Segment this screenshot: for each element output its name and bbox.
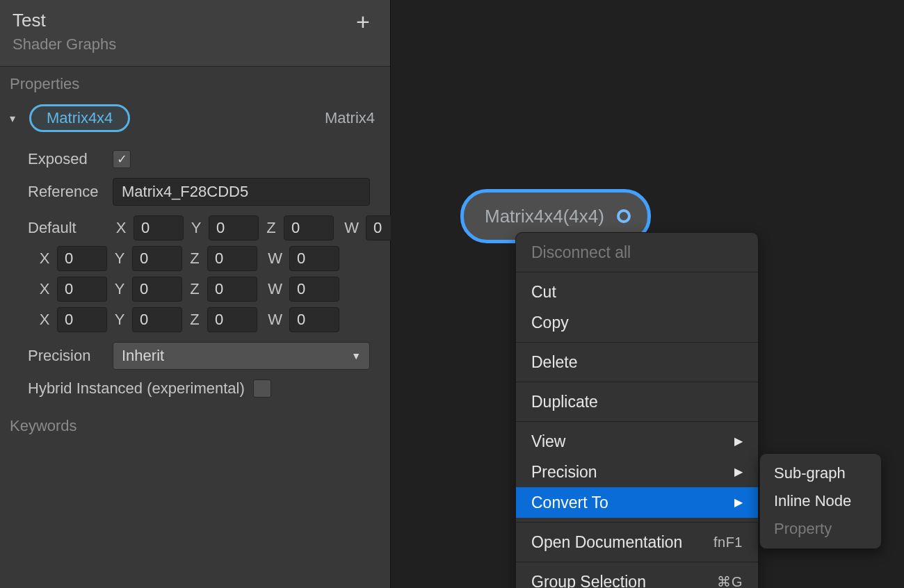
matrix-3-x[interactable] bbox=[57, 307, 107, 332]
property-row-matrix4x4[interactable]: ▾ Matrix4x4 Matrix4 bbox=[0, 101, 390, 139]
matrix-3-y[interactable] bbox=[132, 307, 182, 332]
matrix-row-2: X Y Z W bbox=[36, 277, 339, 302]
submenu-subgraph[interactable]: Sub-graph bbox=[760, 459, 881, 487]
default-row-1: X Y Z W bbox=[28, 246, 376, 271]
matrix-row-1: X Y Z W bbox=[36, 246, 339, 271]
precision-row: Precision Inherit ▼ bbox=[28, 342, 376, 370]
ctx-open-documentation[interactable]: Open DocumentationfnF1 bbox=[516, 527, 758, 557]
shortcut-label: fnF1 bbox=[713, 531, 743, 553]
axis-x: X bbox=[113, 219, 129, 237]
exposed-checkbox[interactable]: ✓ bbox=[113, 150, 131, 168]
panel-header: Test Shader Graphs + bbox=[0, 0, 390, 67]
ctx-separator bbox=[516, 342, 758, 343]
matrix-1-x[interactable] bbox=[57, 246, 107, 271]
default-label: Default bbox=[28, 219, 104, 237]
exposed-label: Exposed bbox=[28, 150, 104, 168]
context-menu: Disconnect all Cut Copy Delete Duplicate… bbox=[515, 232, 759, 588]
matrix-2-x[interactable] bbox=[57, 277, 107, 302]
ctx-separator bbox=[516, 421, 758, 422]
default-row-0: Default X Y Z W bbox=[28, 215, 376, 240]
matrix-row-0: X Y Z W bbox=[113, 215, 416, 240]
check-icon: ✓ bbox=[117, 152, 127, 167]
ctx-copy[interactable]: Copy bbox=[516, 307, 758, 338]
matrix-row-3: X Y Z W bbox=[36, 307, 339, 332]
ctx-separator bbox=[516, 562, 758, 562]
ctx-duplicate[interactable]: Duplicate bbox=[516, 386, 758, 417]
ctx-separator bbox=[516, 272, 758, 272]
property-chip[interactable]: Matrix4x4 bbox=[29, 104, 130, 132]
ctx-cut[interactable]: Cut bbox=[516, 277, 758, 307]
hybrid-checkbox[interactable] bbox=[253, 379, 271, 398]
ctx-convert-to[interactable]: Convert To▶ bbox=[516, 487, 758, 518]
exposed-row: Exposed ✓ bbox=[28, 150, 376, 168]
axis-w: W bbox=[338, 219, 362, 237]
property-type-label: Matrix4 bbox=[325, 109, 375, 127]
ctx-separator bbox=[516, 382, 758, 382]
ctx-disconnect-all: Disconnect all bbox=[516, 237, 758, 268]
keywords-section-label: Keywords bbox=[0, 409, 390, 443]
matrix-0-z[interactable] bbox=[284, 215, 334, 240]
property-details: Exposed ✓ Reference Default X Y Z W bbox=[0, 139, 390, 409]
submenu-property: Property bbox=[760, 515, 881, 543]
axis-y: Y bbox=[188, 219, 204, 237]
ctx-precision[interactable]: Precision▶ bbox=[516, 457, 758, 487]
default-row-3: X Y Z W bbox=[28, 307, 376, 332]
chevron-right-icon: ▶ bbox=[734, 491, 743, 514]
matrix-3-z[interactable] bbox=[207, 307, 257, 332]
precision-label: Precision bbox=[28, 347, 104, 365]
precision-dropdown[interactable]: Inherit ▼ bbox=[113, 342, 370, 370]
ctx-delete[interactable]: Delete bbox=[516, 347, 758, 377]
matrix-0-y[interactable] bbox=[209, 215, 259, 240]
node-output-port[interactable] bbox=[617, 209, 631, 223]
ctx-separator bbox=[516, 522, 758, 523]
node-title: Matrix4x4(4x4) bbox=[485, 206, 604, 227]
chevron-right-icon: ▶ bbox=[734, 430, 743, 452]
matrix-1-y[interactable] bbox=[132, 246, 182, 271]
panel-header-text: Test Shader Graphs bbox=[13, 10, 116, 54]
graph-canvas[interactable]: Matrix4x4(4x4) Disconnect all Cut Copy D… bbox=[391, 0, 904, 588]
ctx-view[interactable]: View▶ bbox=[516, 426, 758, 457]
matrix-2-z[interactable] bbox=[207, 277, 257, 302]
submenu-inline-node[interactable]: Inline Node bbox=[760, 487, 881, 515]
matrix-1-z[interactable] bbox=[207, 246, 257, 271]
matrix-2-w[interactable] bbox=[289, 277, 339, 302]
reference-label: Reference bbox=[28, 183, 104, 201]
reference-input[interactable] bbox=[113, 178, 370, 206]
hybrid-row: Hybrid Instanced (experimental) bbox=[28, 379, 376, 398]
panel-subtitle: Shader Graphs bbox=[13, 35, 116, 54]
ctx-group-selection[interactable]: Group Selection⌘G bbox=[516, 566, 758, 588]
chevron-right-icon: ▶ bbox=[734, 461, 743, 483]
reference-row: Reference bbox=[28, 178, 376, 206]
panel-title: Test bbox=[13, 10, 116, 31]
matrix-0-x[interactable] bbox=[134, 215, 184, 240]
properties-section-label: Properties bbox=[0, 67, 390, 101]
axis-z: Z bbox=[263, 219, 280, 237]
context-submenu-convert-to: Sub-graph Inline Node Property bbox=[759, 453, 882, 549]
hybrid-label: Hybrid Instanced (experimental) bbox=[28, 379, 245, 398]
default-row-2: X Y Z W bbox=[28, 277, 376, 302]
chevron-down-icon: ▼ bbox=[351, 350, 361, 361]
matrix-3-w[interactable] bbox=[289, 307, 339, 332]
matrix-2-y[interactable] bbox=[132, 277, 182, 302]
chevron-down-icon[interactable]: ▾ bbox=[10, 112, 22, 125]
add-button[interactable]: + bbox=[351, 10, 375, 33]
blackboard-panel: Test Shader Graphs + Properties ▾ Matrix… bbox=[0, 0, 391, 588]
matrix-1-w[interactable] bbox=[289, 246, 339, 271]
precision-value: Inherit bbox=[122, 347, 164, 365]
shortcut-label: ⌘G bbox=[717, 571, 743, 588]
